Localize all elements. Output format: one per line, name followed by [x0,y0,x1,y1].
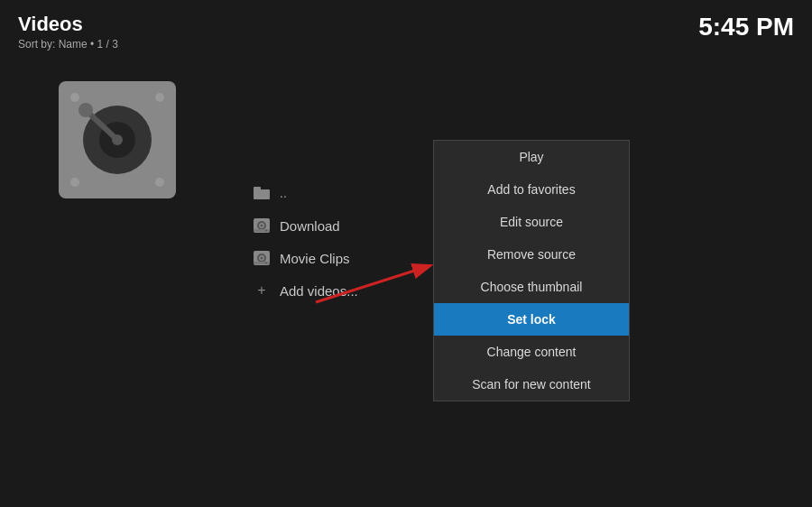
sidebar-item-add-videos[interactable]: + Add videos... [253,278,358,303]
sidebar-label-movie-clips: Movie Clips [280,251,350,266]
hdd-icon-2 [253,249,271,267]
svg-point-7 [155,93,164,102]
svg-point-5 [78,103,93,117]
context-menu: Play Add to favorites Edit source Remove… [433,140,630,401]
page-title: Videos [18,13,118,36]
context-menu-play[interactable]: Play [434,141,629,173]
folder-icon [253,184,271,202]
sidebar-label-add-videos: Add videos... [280,283,358,299]
context-menu-set-lock[interactable]: Set lock [434,303,629,336]
svg-point-9 [155,178,164,187]
sidebar: .. Download Movie Clips [253,180,358,303]
context-menu-choose-thumbnail[interactable]: Choose thumbnail [434,271,629,303]
page-subtitle: Sort by: Name • 1 / 3 [18,38,118,51]
sidebar-label-parent: .. [280,186,287,200]
context-menu-add-to-favorites[interactable]: Add to favorites [434,173,629,206]
header: Videos Sort by: Name • 1 / 3 5:45 PM [0,0,812,63]
svg-point-14 [261,225,263,227]
sidebar-item-parent[interactable]: .. [253,180,358,206]
svg-point-6 [70,93,79,102]
hdd-thumbnail [59,81,176,198]
plus-icon: + [253,281,271,300]
svg-point-16 [265,230,267,232]
svg-point-8 [70,178,79,187]
clock: 5:45 PM [698,13,794,41]
context-menu-edit-source[interactable]: Edit source [434,206,629,238]
hdd-icon [253,217,271,235]
sidebar-label-download: Download [280,218,340,234]
svg-rect-15 [254,229,270,232]
svg-rect-20 [254,262,270,264]
svg-point-19 [261,257,263,260]
svg-point-21 [265,263,267,264]
context-menu-change-content[interactable]: Change content [434,336,629,368]
context-menu-remove-source[interactable]: Remove source [434,238,629,271]
sidebar-item-movie-clips[interactable]: Movie Clips [253,245,358,271]
header-left: Videos Sort by: Name • 1 / 3 [18,13,118,51]
svg-rect-11 [254,187,261,191]
sidebar-item-download[interactable]: Download [253,213,358,238]
context-menu-scan-for-new-content[interactable]: Scan for new content [434,368,629,401]
